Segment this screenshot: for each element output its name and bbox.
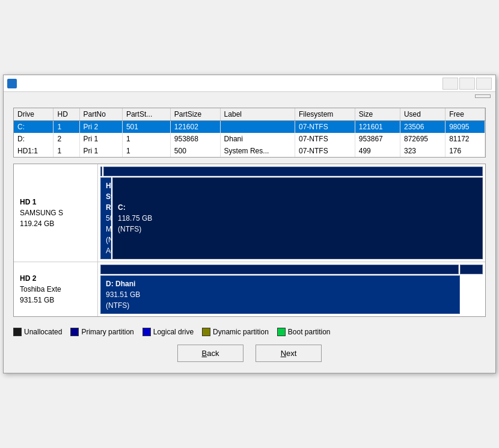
table-cell: 953867 — [355, 133, 400, 145]
disk-partitions: HD1:1 System Reserv500 MB(NTFS) ActiveC:… — [98, 164, 485, 262]
table-cell: 23506 — [400, 121, 445, 133]
col-free: Free — [445, 108, 485, 121]
legend-item: Boot partition — [277, 328, 331, 336]
legend-color-box — [70, 328, 79, 336]
partition-detail: C:118.75 GB(NTFS) — [112, 177, 483, 259]
table-cell: System Res... — [220, 145, 295, 157]
table-cell: 1 — [54, 145, 79, 157]
disk-row: HD 1SAMSUNG S119.24 GBHD1:1 System Reser… — [14, 164, 485, 262]
volumes-table-container: Drive HD PartNo PartSt... PartSize Label… — [13, 108, 486, 158]
col-filesystem: Filesystem — [295, 108, 355, 121]
legend-color-box — [277, 328, 286, 336]
partition-bar-row — [100, 167, 483, 176]
main-window: Drive HD PartNo PartSt... PartSize Label… — [3, 75, 496, 373]
disk-partitions: D: Dhani931.51 GB(NTFS) — [98, 262, 485, 316]
col-partno: PartNo — [79, 108, 122, 121]
table-header-row: Drive HD PartNo PartSt... PartSize Label… — [14, 108, 485, 121]
partition-bar — [460, 265, 483, 274]
disk-label: HD 1SAMSUNG S119.24 GB — [14, 164, 98, 262]
footer-buttons: Back Next — [13, 340, 486, 366]
next-label: Next — [281, 349, 297, 358]
content-area: Drive HD PartNo PartSt... PartSize Label… — [4, 100, 495, 373]
title-bar-buttons — [442, 78, 492, 90]
table-cell: D: — [14, 133, 54, 145]
table-cell: Pri 1 — [79, 133, 122, 145]
help-button[interactable] — [475, 94, 491, 98]
table-cell: 98095 — [445, 121, 485, 133]
part-type: (NTFS) — [118, 224, 477, 235]
part-size: 931.51 GB — [106, 289, 455, 300]
legend-item: Logical drive — [142, 328, 194, 336]
partition-detail: D: Dhani931.51 GB(NTFS) — [100, 275, 460, 314]
table-row[interactable]: C:1Pri 250112160207-NTFS1216012350698095 — [14, 121, 485, 133]
table-cell: 323 — [400, 145, 445, 157]
legend-label: Logical drive — [153, 328, 194, 336]
minimize-button[interactable] — [442, 78, 458, 90]
legend-color-box — [13, 328, 22, 336]
table-cell: 1 — [122, 133, 170, 145]
table-cell: 872695 — [400, 133, 445, 145]
table-cell: 1 — [122, 145, 170, 157]
table-cell: 1 — [54, 121, 79, 133]
legend-label: Boot partition — [288, 328, 331, 336]
col-partst: PartSt... — [122, 108, 170, 121]
disk-label: HD 2Toshiba Exte931.51 GB — [14, 262, 98, 316]
legend-color-box — [202, 328, 210, 336]
table-cell: 121602 — [170, 121, 220, 133]
title-bar — [4, 75, 495, 92]
table-cell: Pri 1 — [79, 145, 122, 157]
disk-row: HD 2Toshiba Exte931.51 GBD: Dhani931.51 … — [14, 262, 485, 316]
table-cell: 499 — [355, 145, 400, 157]
col-size: Size — [355, 108, 400, 121]
help-bar — [4, 92, 495, 100]
table-cell: 07-NTFS — [295, 145, 355, 157]
maximize-button[interactable] — [459, 78, 475, 90]
table-cell: 953868 — [170, 133, 220, 145]
part-name: D: Dhani — [106, 278, 455, 289]
table-cell: 07-NTFS — [295, 133, 355, 145]
legend-label: Primary partition — [81, 328, 133, 336]
col-used: Used — [400, 108, 445, 121]
legend-item: Primary partition — [70, 328, 133, 336]
disk-label-model: SAMSUNG S — [20, 207, 91, 218]
legend-item: Dynamic partition — [202, 328, 269, 336]
partition-details-row: D: Dhani931.51 GB(NTFS) — [100, 275, 483, 314]
table-cell: 07-NTFS — [295, 121, 355, 133]
table-cell: 2 — [54, 133, 79, 145]
legend-label: Unallocated — [24, 328, 62, 336]
legend-row: UnallocatedPrimary partitionLogical driv… — [13, 323, 486, 340]
close-button[interactable] — [476, 78, 492, 90]
table-row[interactable]: D:2Pri 11953868Dhani07-NTFS9538678726958… — [14, 133, 485, 145]
col-drive: Drive — [14, 108, 54, 121]
volumes-table: Drive HD PartNo PartSt... PartSize Label… — [14, 108, 485, 157]
part-type: (NTFS) — [106, 300, 455, 311]
partition-details-row: HD1:1 System Reserv500 MB(NTFS) ActiveC:… — [100, 177, 483, 259]
table-cell: Pri 2 — [79, 121, 122, 133]
disk-label-name: HD 1 — [20, 197, 91, 207]
back-button[interactable]: Back — [177, 345, 243, 362]
legend-label: Dynamic partition — [213, 328, 269, 336]
partition-detail: HD1:1 System Reserv500 MB(NTFS) Active — [100, 177, 111, 259]
part-name: C: — [118, 202, 477, 213]
col-label: Label — [220, 108, 295, 121]
next-button[interactable]: Next — [256, 345, 322, 362]
table-row[interactable]: HD1:11Pri 11500System Res...07-NTFS49932… — [14, 145, 485, 157]
app-icon — [7, 79, 17, 88]
table-cell: 176 — [445, 145, 485, 157]
table-cell: HD1:1 — [14, 145, 54, 157]
table-cell: 500 — [170, 145, 220, 157]
table-cell: Dhani — [220, 133, 295, 145]
table-cell: C: — [14, 121, 54, 133]
legend-color-box — [142, 328, 151, 336]
partition-bar — [100, 167, 102, 176]
partition-bar-row — [100, 265, 483, 274]
col-hd: HD — [54, 108, 79, 121]
table-cell — [220, 121, 295, 133]
partition-bar — [103, 167, 483, 176]
legend-item: Unallocated — [13, 328, 62, 336]
table-cell: 81172 — [445, 133, 485, 145]
disk-label-size: 931.51 GB — [20, 295, 91, 305]
disk-visual-container: HD 1SAMSUNG S119.24 GBHD1:1 System Reser… — [13, 164, 486, 317]
part-size: 118.75 GB — [118, 213, 477, 224]
table-cell: 501 — [122, 121, 170, 133]
